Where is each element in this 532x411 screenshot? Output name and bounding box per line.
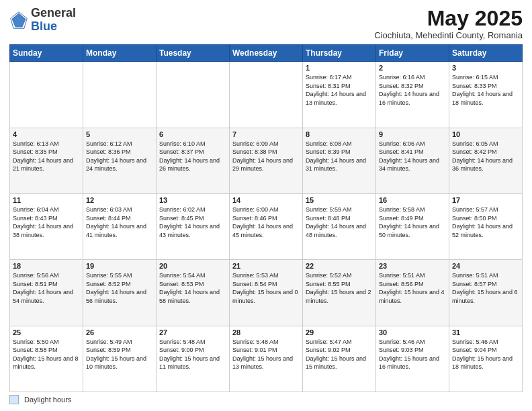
day-info: Sunrise: 5:48 AM Sunset: 9:01 PM Dayligh… bbox=[232, 338, 300, 371]
day-number: 18 bbox=[13, 262, 80, 270]
day-info: Sunrise: 6:17 AM Sunset: 8:31 PM Dayligh… bbox=[306, 73, 373, 107]
col-sunday: Sunday bbox=[10, 45, 83, 62]
day-number: 8 bbox=[306, 130, 373, 138]
table-row: 9Sunrise: 6:06 AM Sunset: 8:41 PM Daylig… bbox=[376, 128, 449, 193]
day-number: 19 bbox=[86, 262, 153, 270]
table-row: 27Sunrise: 5:48 AM Sunset: 9:00 PM Dayli… bbox=[157, 326, 230, 392]
calendar-table: Sunday Monday Tuesday Wednesday Thursday… bbox=[9, 44, 523, 392]
calendar-week-row: 18Sunrise: 5:56 AM Sunset: 8:51 PM Dayli… bbox=[10, 260, 523, 326]
table-row bbox=[157, 62, 230, 128]
day-info: Sunrise: 5:47 AM Sunset: 9:02 PM Dayligh… bbox=[306, 338, 373, 371]
table-row: 10Sunrise: 6:05 AM Sunset: 8:42 PM Dayli… bbox=[449, 128, 523, 193]
day-info: Sunrise: 6:06 AM Sunset: 8:41 PM Dayligh… bbox=[379, 140, 446, 173]
logo-blue: Blue bbox=[31, 19, 57, 33]
day-number: 16 bbox=[379, 196, 446, 204]
day-number: 3 bbox=[452, 64, 519, 72]
col-saturday: Saturday bbox=[449, 45, 523, 62]
col-friday: Friday bbox=[376, 45, 449, 62]
day-info: Sunrise: 5:48 AM Sunset: 9:00 PM Dayligh… bbox=[159, 338, 226, 371]
table-row: 7Sunrise: 6:09 AM Sunset: 8:38 PM Daylig… bbox=[230, 128, 303, 193]
table-row: 23Sunrise: 5:51 AM Sunset: 8:56 PM Dayli… bbox=[376, 260, 449, 326]
day-number: 22 bbox=[306, 262, 373, 270]
table-row: 30Sunrise: 5:46 AM Sunset: 9:03 PM Dayli… bbox=[376, 326, 449, 392]
logo: General Blue bbox=[9, 7, 76, 34]
day-info: Sunrise: 5:52 AM Sunset: 8:55 PM Dayligh… bbox=[306, 271, 373, 305]
day-info: Sunrise: 6:10 AM Sunset: 8:37 PM Dayligh… bbox=[159, 140, 226, 173]
day-info: Sunrise: 5:46 AM Sunset: 9:03 PM Dayligh… bbox=[379, 338, 446, 371]
calendar-week-row: 25Sunrise: 5:50 AM Sunset: 8:58 PM Dayli… bbox=[10, 326, 523, 392]
table-row: 28Sunrise: 5:48 AM Sunset: 9:01 PM Dayli… bbox=[230, 326, 303, 392]
table-row: 19Sunrise: 5:55 AM Sunset: 8:52 PM Dayli… bbox=[83, 260, 157, 326]
table-row: 11Sunrise: 6:04 AM Sunset: 8:43 PM Dayli… bbox=[10, 193, 83, 259]
day-info: Sunrise: 5:54 AM Sunset: 8:53 PM Dayligh… bbox=[159, 271, 226, 305]
day-info: Sunrise: 6:12 AM Sunset: 8:36 PM Dayligh… bbox=[86, 140, 153, 173]
title-section: May 2025 Ciochiuta, Mehedinti County, Ro… bbox=[374, 7, 523, 40]
logo-icon bbox=[9, 11, 28, 30]
table-row: 12Sunrise: 6:03 AM Sunset: 8:44 PM Dayli… bbox=[83, 193, 157, 259]
table-row: 13Sunrise: 6:02 AM Sunset: 8:45 PM Dayli… bbox=[157, 193, 230, 259]
day-info: Sunrise: 6:02 AM Sunset: 8:45 PM Dayligh… bbox=[159, 205, 226, 239]
header: General Blue May 2025 Ciochiuta, Mehedin… bbox=[9, 7, 523, 40]
day-info: Sunrise: 6:16 AM Sunset: 8:32 PM Dayligh… bbox=[379, 73, 446, 107]
table-row: 29Sunrise: 5:47 AM Sunset: 9:02 PM Dayli… bbox=[303, 326, 376, 392]
day-number: 13 bbox=[159, 196, 226, 204]
table-row: 21Sunrise: 5:53 AM Sunset: 8:54 PM Dayli… bbox=[230, 260, 303, 326]
day-number: 5 bbox=[86, 130, 153, 138]
day-info: Sunrise: 5:53 AM Sunset: 8:54 PM Dayligh… bbox=[232, 271, 300, 305]
table-row bbox=[83, 62, 157, 128]
day-info: Sunrise: 5:46 AM Sunset: 9:04 PM Dayligh… bbox=[452, 338, 519, 371]
day-info: Sunrise: 5:55 AM Sunset: 8:52 PM Dayligh… bbox=[86, 271, 153, 305]
day-number: 28 bbox=[232, 328, 300, 336]
day-info: Sunrise: 6:00 AM Sunset: 8:46 PM Dayligh… bbox=[232, 205, 300, 239]
calendar-week-row: 4Sunrise: 6:13 AM Sunset: 8:35 PM Daylig… bbox=[10, 128, 523, 193]
day-info: Sunrise: 5:51 AM Sunset: 8:57 PM Dayligh… bbox=[452, 271, 519, 305]
day-number: 10 bbox=[452, 130, 519, 138]
day-info: Sunrise: 6:04 AM Sunset: 8:43 PM Dayligh… bbox=[13, 205, 80, 239]
day-number: 1 bbox=[306, 64, 373, 72]
day-number: 31 bbox=[452, 328, 519, 336]
day-info: Sunrise: 6:15 AM Sunset: 8:33 PM Dayligh… bbox=[452, 73, 519, 107]
day-number: 27 bbox=[159, 328, 226, 336]
day-info: Sunrise: 5:49 AM Sunset: 8:59 PM Dayligh… bbox=[86, 338, 153, 371]
table-row: 22Sunrise: 5:52 AM Sunset: 8:55 PM Dayli… bbox=[303, 260, 376, 326]
table-row: 20Sunrise: 5:54 AM Sunset: 8:53 PM Dayli… bbox=[157, 260, 230, 326]
subtitle: Ciochiuta, Mehedinti County, Romania bbox=[374, 30, 523, 40]
table-row bbox=[10, 62, 83, 128]
month-title: May 2025 bbox=[374, 7, 523, 30]
legend-label: Daylight hours bbox=[24, 396, 71, 404]
col-monday: Monday bbox=[83, 45, 157, 62]
page: General Blue May 2025 Ciochiuta, Mehedin… bbox=[0, 0, 532, 411]
day-number: 24 bbox=[452, 262, 519, 270]
day-number: 20 bbox=[159, 262, 226, 270]
table-row: 6Sunrise: 6:10 AM Sunset: 8:37 PM Daylig… bbox=[157, 128, 230, 193]
day-number: 21 bbox=[232, 262, 300, 270]
day-number: 9 bbox=[379, 130, 446, 138]
day-info: Sunrise: 6:09 AM Sunset: 8:38 PM Dayligh… bbox=[232, 140, 300, 173]
legend-box bbox=[9, 395, 19, 404]
table-row: 3Sunrise: 6:15 AM Sunset: 8:33 PM Daylig… bbox=[449, 62, 523, 128]
table-row: 2Sunrise: 6:16 AM Sunset: 8:32 PM Daylig… bbox=[376, 62, 449, 128]
table-row: 26Sunrise: 5:49 AM Sunset: 8:59 PM Dayli… bbox=[83, 326, 157, 392]
calendar-week-row: 11Sunrise: 6:04 AM Sunset: 8:43 PM Dayli… bbox=[10, 193, 523, 259]
day-number: 23 bbox=[379, 262, 446, 270]
table-row: 8Sunrise: 6:08 AM Sunset: 8:39 PM Daylig… bbox=[303, 128, 376, 193]
calendar-week-row: 1Sunrise: 6:17 AM Sunset: 8:31 PM Daylig… bbox=[10, 62, 523, 128]
table-row: 24Sunrise: 5:51 AM Sunset: 8:57 PM Dayli… bbox=[449, 260, 523, 326]
calendar-header-row: Sunday Monday Tuesday Wednesday Thursday… bbox=[10, 45, 523, 62]
day-number: 4 bbox=[13, 130, 80, 138]
table-row: 17Sunrise: 5:57 AM Sunset: 8:50 PM Dayli… bbox=[449, 193, 523, 259]
col-thursday: Thursday bbox=[303, 45, 376, 62]
table-row: 15Sunrise: 5:59 AM Sunset: 8:48 PM Dayli… bbox=[303, 193, 376, 259]
day-number: 12 bbox=[86, 196, 153, 204]
table-row: 4Sunrise: 6:13 AM Sunset: 8:35 PM Daylig… bbox=[10, 128, 83, 193]
logo-text: General Blue bbox=[31, 7, 76, 34]
day-number: 30 bbox=[379, 328, 446, 336]
table-row: 5Sunrise: 6:12 AM Sunset: 8:36 PM Daylig… bbox=[83, 128, 157, 193]
day-info: Sunrise: 5:57 AM Sunset: 8:50 PM Dayligh… bbox=[452, 205, 519, 239]
day-number: 11 bbox=[13, 196, 80, 204]
day-info: Sunrise: 5:59 AM Sunset: 8:48 PM Dayligh… bbox=[306, 205, 373, 239]
day-number: 29 bbox=[306, 328, 373, 336]
col-tuesday: Tuesday bbox=[157, 45, 230, 62]
day-number: 7 bbox=[232, 130, 300, 138]
table-row: 18Sunrise: 5:56 AM Sunset: 8:51 PM Dayli… bbox=[10, 260, 83, 326]
